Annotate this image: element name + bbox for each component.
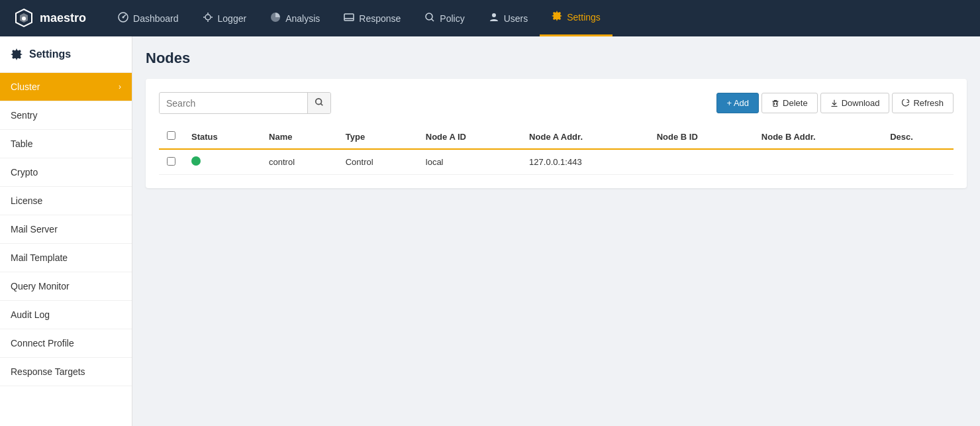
sidebar-item-mail-server-label: Mail Server <box>11 224 58 235</box>
add-button[interactable]: + Add <box>716 93 759 113</box>
sidebar-item-cluster-label: Cluster <box>11 81 40 92</box>
search-button[interactable] <box>307 93 330 113</box>
logger-icon <box>203 12 213 25</box>
sidebar-item-license[interactable]: License <box>0 187 132 215</box>
analysis-icon <box>270 12 281 25</box>
nav-users[interactable]: Users <box>477 0 540 36</box>
row-node-a-id: local <box>418 149 521 175</box>
page-title: Nodes <box>146 50 967 67</box>
svg-point-2 <box>22 17 26 21</box>
header-node-a-addr: Node A Addr. <box>521 125 649 149</box>
sidebar-item-query-monitor[interactable]: Query Monitor <box>0 272 132 301</box>
sidebar-item-mail-template-label: Mail Template <box>11 252 68 263</box>
header-node-b-addr: Node B Addr. <box>754 125 882 149</box>
row-name[interactable]: control <box>261 149 338 175</box>
svg-line-13 <box>432 19 434 21</box>
search-input[interactable] <box>160 93 307 113</box>
header-desc: Desc. <box>882 125 954 149</box>
svg-line-16 <box>320 103 322 105</box>
download-icon <box>830 99 838 107</box>
nav-analysis-label: Analysis <box>285 13 320 24</box>
sidebar-item-cluster[interactable]: Cluster › <box>0 73 132 101</box>
sidebar-item-crypto[interactable]: Crypto <box>0 158 132 187</box>
svg-point-14 <box>492 13 496 17</box>
header-node-a-id: Node A ID <box>418 125 521 149</box>
sidebar-item-table[interactable]: Table <box>0 130 132 158</box>
refresh-icon <box>902 99 910 107</box>
nav-dashboard[interactable]: Dashboard <box>106 0 191 36</box>
policy-icon <box>424 12 435 25</box>
refresh-label: Refresh <box>913 98 944 108</box>
app-logo[interactable]: maestro <box>13 8 86 29</box>
row-node-a-addr: 127.0.0.1:443 <box>521 149 649 175</box>
sidebar-item-audit-log-label: Audit Log <box>11 309 50 320</box>
header-status: Status <box>183 125 261 149</box>
svg-rect-17 <box>773 101 777 107</box>
nav-users-label: Users <box>504 13 528 24</box>
dashboard-icon <box>118 12 128 25</box>
main-content: Nodes + Add <box>132 36 980 426</box>
nav-items: Dashboard Logger Analysis Response Polic… <box>106 0 967 36</box>
main-layout: Settings Cluster › Sentry Table Crypto L… <box>0 36 980 426</box>
nav-policy-label: Policy <box>440 13 464 24</box>
svg-rect-10 <box>344 14 354 21</box>
sidebar-item-license-label: License <box>11 195 42 206</box>
nodes-table: Status Name Type Node A ID Node A Addr. … <box>159 125 954 175</box>
sidebar-item-mail-template[interactable]: Mail Template <box>0 244 132 272</box>
search-icon <box>315 97 324 107</box>
sidebar-header: Settings <box>0 36 132 73</box>
sidebar-item-connect-profile[interactable]: Connect Profile <box>0 329 132 358</box>
row-desc <box>882 149 954 175</box>
header-type: Type <box>338 125 418 149</box>
app-name: maestro <box>40 11 86 25</box>
header-checkbox-col <box>159 125 183 149</box>
toolbar: + Add Delete Download <box>159 92 954 114</box>
row-checkbox-cell <box>159 149 183 175</box>
nav-settings[interactable]: Settings <box>540 0 612 36</box>
sidebar: Settings Cluster › Sentry Table Crypto L… <box>0 36 132 426</box>
nav-settings-label: Settings <box>567 12 601 23</box>
refresh-button[interactable]: Refresh <box>892 93 954 113</box>
svg-point-4 <box>122 16 124 18</box>
delete-label: Delete <box>783 98 808 108</box>
download-label: Download <box>842 98 880 108</box>
table-row: control Control local 127.0.0.1:443 <box>159 149 954 175</box>
sidebar-item-sentry[interactable]: Sentry <box>0 101 132 130</box>
nav-response-label: Response <box>359 13 401 24</box>
nav-response[interactable]: Response <box>332 0 413 36</box>
nav-analysis[interactable]: Analysis <box>258 0 332 36</box>
header-name: Name <box>261 125 338 149</box>
header-node-b-id: Node B ID <box>649 125 754 149</box>
nodes-card: + Add Delete Download <box>146 79 967 188</box>
nav-logger[interactable]: Logger <box>191 0 259 36</box>
sidebar-item-mail-server[interactable]: Mail Server <box>0 215 132 244</box>
nav-dashboard-label: Dashboard <box>133 13 179 24</box>
table-header-row: Status Name Type Node A ID Node A Addr. … <box>159 125 954 149</box>
svg-point-5 <box>205 15 211 20</box>
row-type: Control <box>338 149 418 175</box>
top-navigation: maestro Dashboard Logger Analysis Respon… <box>0 0 980 36</box>
delete-icon <box>771 99 779 107</box>
chevron-right-icon: › <box>119 82 121 91</box>
delete-button[interactable]: Delete <box>761 93 818 113</box>
action-buttons: + Add Delete Download <box>716 93 954 113</box>
nav-policy[interactable]: Policy <box>413 0 476 36</box>
sidebar-item-query-monitor-label: Query Monitor <box>11 281 70 292</box>
sidebar-item-table-label: Table <box>11 138 32 149</box>
row-checkbox[interactable] <box>167 157 175 166</box>
users-icon <box>489 12 499 25</box>
search-group <box>159 92 331 114</box>
row-status <box>183 149 261 175</box>
settings-icon <box>552 11 562 24</box>
sidebar-item-audit-log[interactable]: Audit Log <box>0 301 132 329</box>
sidebar-settings-icon <box>11 48 23 60</box>
response-icon <box>344 12 354 25</box>
row-node-b-id <box>649 149 754 175</box>
download-button[interactable]: Download <box>820 93 890 113</box>
row-node-b-addr <box>754 149 882 175</box>
select-all-checkbox[interactable] <box>167 131 175 140</box>
sidebar-title: Settings <box>29 48 71 60</box>
sidebar-item-response-targets[interactable]: Response Targets <box>0 358 132 386</box>
sidebar-item-sentry-label: Sentry <box>11 110 37 121</box>
nav-logger-label: Logger <box>218 13 247 24</box>
